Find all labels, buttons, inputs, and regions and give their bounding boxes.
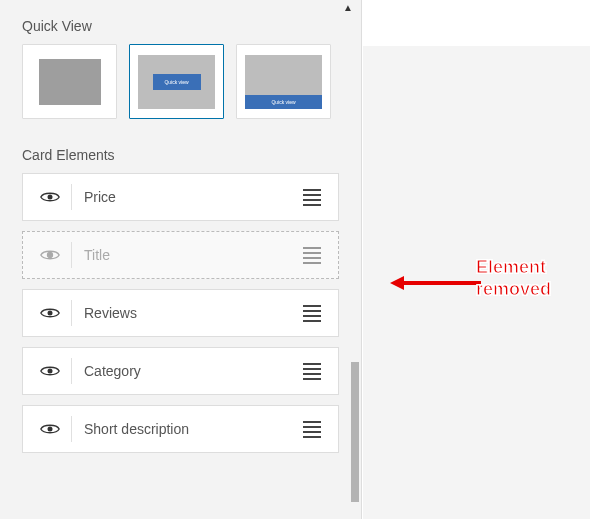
card-element-label: Title	[84, 247, 300, 263]
scrollbar-thumb[interactable]	[351, 362, 359, 502]
eye-icon	[40, 306, 60, 320]
quick-view-preview-icon: Quick view	[245, 55, 322, 109]
divider	[71, 300, 72, 326]
card-element-label: Reviews	[84, 305, 300, 321]
visibility-toggle[interactable]	[37, 190, 63, 204]
divider	[71, 184, 72, 210]
card-element-title[interactable]: Title	[22, 231, 339, 279]
visibility-toggle[interactable]	[37, 248, 63, 262]
quick-view-preview-icon	[39, 59, 101, 105]
scrollbar-track[interactable]	[349, 0, 359, 519]
customizer-panel: ▲ Quick View Quick view Quick view Card …	[0, 0, 362, 519]
svg-point-0	[48, 195, 53, 200]
quick-view-option-button[interactable]: Quick view	[129, 44, 224, 119]
eye-icon	[40, 422, 60, 436]
quick-view-option-bar[interactable]: Quick view	[236, 44, 331, 119]
eye-icon	[40, 248, 60, 262]
card-elements-list: Price Title Reviews Category	[22, 173, 339, 453]
preview-area	[363, 0, 590, 519]
card-element-label: Short description	[84, 421, 300, 437]
svg-point-1	[48, 253, 53, 258]
svg-point-3	[48, 369, 53, 374]
divider	[71, 242, 72, 268]
svg-point-4	[48, 427, 53, 432]
card-element-reviews[interactable]: Reviews	[22, 289, 339, 337]
quick-view-options: Quick view Quick view	[22, 44, 339, 119]
quick-view-preview-icon: Quick view	[138, 55, 215, 109]
quick-view-button-label: Quick view	[153, 74, 201, 90]
visibility-toggle[interactable]	[37, 422, 63, 436]
card-element-category[interactable]: Category	[22, 347, 339, 395]
drag-handle-icon[interactable]	[300, 305, 324, 322]
svg-point-2	[48, 311, 53, 316]
visibility-toggle[interactable]	[37, 364, 63, 378]
card-element-label: Price	[84, 189, 300, 205]
quick-view-section-title: Quick View	[22, 18, 339, 34]
divider	[71, 358, 72, 384]
card-element-short-description[interactable]: Short description	[22, 405, 339, 453]
drag-handle-icon[interactable]	[300, 363, 324, 380]
drag-handle-icon[interactable]	[300, 247, 324, 264]
preview-canvas	[363, 46, 590, 519]
drag-handle-icon[interactable]	[300, 189, 324, 206]
divider	[71, 416, 72, 442]
card-element-price[interactable]: Price	[22, 173, 339, 221]
quick-view-bar-label: Quick view	[245, 95, 322, 109]
card-elements-section-title: Card Elements	[22, 147, 339, 163]
visibility-toggle[interactable]	[37, 306, 63, 320]
eye-icon	[40, 190, 60, 204]
card-element-label: Category	[84, 363, 300, 379]
quick-view-option-none[interactable]	[22, 44, 117, 119]
eye-icon	[40, 364, 60, 378]
drag-handle-icon[interactable]	[300, 421, 324, 438]
